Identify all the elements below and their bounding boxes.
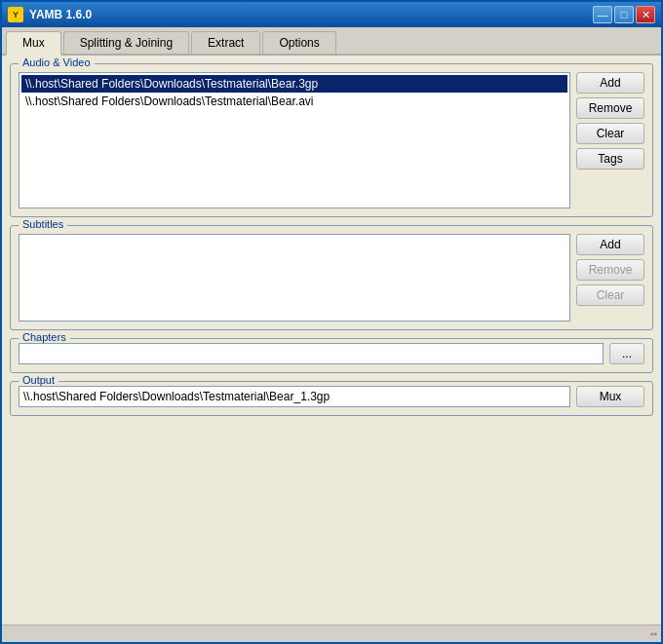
app-icon: Y — [8, 7, 23, 22]
chapters-input[interactable] — [19, 343, 604, 364]
audio-video-tags-button[interactable]: Tags — [576, 148, 644, 170]
audio-video-label: Audio & Video — [19, 57, 95, 68]
window-title: YAMB 1.6.0 — [29, 8, 92, 21]
output-row: Mux — [19, 386, 644, 407]
tab-splitting[interactable]: Splitting & Joining — [63, 31, 189, 54]
subtitles-remove-button[interactable]: Remove — [576, 259, 644, 281]
status-bar: ▪▪ — [2, 625, 661, 642]
chapters-row: ... — [19, 343, 644, 364]
tab-mux[interactable]: Mux — [6, 31, 61, 56]
subtitles-content: Add Remove Clear — [19, 234, 644, 322]
audio-video-group: Audio & Video \\.host\Shared Folders\Dow… — [10, 63, 653, 217]
chapters-browse-button[interactable]: ... — [609, 343, 644, 364]
list-item[interactable]: \\.host\Shared Folders\Downloads\Testmat… — [21, 75, 567, 93]
tab-options[interactable]: Options — [262, 31, 335, 54]
chapters-group: Chapters ... — [10, 338, 653, 373]
audio-video-clear-button[interactable]: Clear — [576, 123, 644, 144]
resize-grip: ▪▪ — [650, 628, 657, 639]
subtitles-list[interactable] — [19, 234, 570, 322]
output-group: Output Mux — [10, 381, 653, 416]
maximize-button[interactable]: □ — [614, 6, 634, 23]
audio-video-add-button[interactable]: Add — [576, 72, 644, 94]
audio-video-remove-button[interactable]: Remove — [576, 97, 644, 119]
mux-button[interactable]: Mux — [576, 386, 644, 407]
audio-video-list[interactable]: \\.host\Shared Folders\Downloads\Testmat… — [19, 72, 570, 208]
audio-video-content: \\.host\Shared Folders\Downloads\Testmat… — [19, 72, 644, 208]
output-label: Output — [19, 374, 58, 386]
list-item[interactable]: \\.host\Shared Folders\Downloads\Testmat… — [21, 93, 567, 110]
title-controls: — □ ✕ — [593, 6, 655, 23]
title-bar: Y YAMB 1.6.0 — □ ✕ — [2, 2, 661, 27]
subtitles-group: Subtitles Add Remove Clear — [10, 225, 653, 330]
main-window: Y YAMB 1.6.0 — □ ✕ Mux Splitting & Joini… — [0, 0, 663, 644]
close-button[interactable]: ✕ — [636, 6, 655, 23]
subtitles-label: Subtitles — [19, 218, 67, 230]
tabs-bar: Mux Splitting & Joining Extract Options — [2, 27, 661, 56]
subtitles-buttons: Add Remove Clear — [576, 234, 644, 322]
tab-extract[interactable]: Extract — [191, 31, 260, 54]
tab-content: Audio & Video \\.host\Shared Folders\Dow… — [2, 56, 661, 625]
minimize-button[interactable]: — — [593, 6, 612, 23]
subtitles-add-button[interactable]: Add — [576, 234, 644, 255]
subtitles-clear-button[interactable]: Clear — [576, 284, 644, 306]
title-bar-text: Y YAMB 1.6.0 — [8, 7, 92, 22]
output-input[interactable] — [19, 386, 570, 407]
chapters-label: Chapters — [19, 331, 70, 343]
audio-video-buttons: Add Remove Clear Tags — [576, 72, 644, 208]
